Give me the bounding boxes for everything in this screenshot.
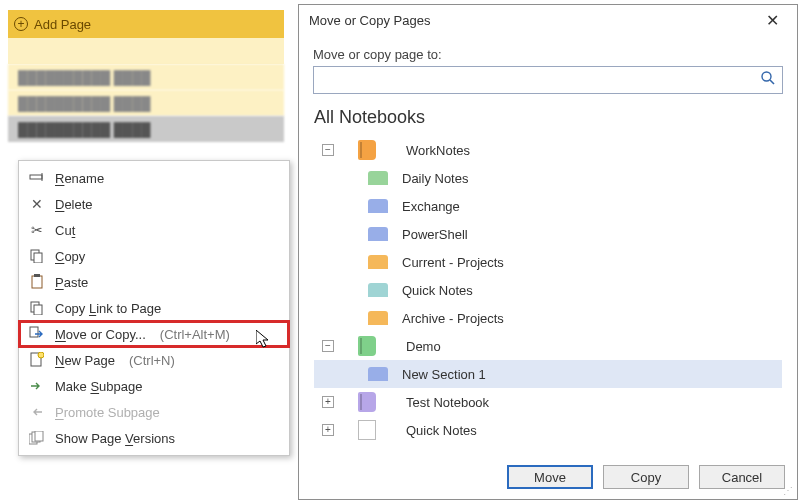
close-icon[interactable]: ✕ [757,5,787,35]
menu-shortcut: (Ctrl+Alt+M) [160,327,230,342]
page-item[interactable]: ██████████ ████ [8,64,284,90]
tree-header: All Notebooks [314,103,782,136]
section-label: Daily Notes [402,171,468,186]
copy-icon [29,248,45,264]
notebook-icon [358,140,376,160]
section-row[interactable]: Archive - Projects [314,304,782,332]
move-copy-icon [29,326,45,342]
move-copy-dialog: Move or Copy Pages ✕ Move or copy page t… [298,4,798,500]
pages-icon [358,420,376,440]
menu-shortcut: (Ctrl+N) [129,353,175,368]
section-row[interactable]: PowerShell [314,220,782,248]
section-row[interactable]: New Section 1 [314,360,782,388]
context-menu: Rename ✕ Delete ✂ Cut Copy Paste Copy Li… [18,160,290,456]
dialog-buttons: Move Copy Cancel [507,465,785,489]
resize-grip-icon[interactable]: ⋰ [781,483,795,497]
section-label: PowerShell [402,227,468,242]
collapse-icon[interactable]: − [322,340,334,352]
page-item-selected[interactable]: ██████████ ████ [8,116,284,142]
section-icon [368,311,388,325]
menu-paste[interactable]: Paste [19,269,289,295]
section-row[interactable]: Quick Notes [314,276,782,304]
svg-rect-0 [30,175,42,179]
plus-icon: + [14,17,28,31]
collapse-icon[interactable]: − [322,144,334,156]
svg-rect-7 [34,305,42,315]
section-row[interactable]: Exchange [314,192,782,220]
menu-new-page[interactable]: New Page (Ctrl+N) [19,347,289,373]
expand-icon[interactable]: + [322,396,334,408]
section-icon [368,283,388,297]
notebook-row[interactable]: −WorkNotes [314,136,782,164]
indent-icon [29,378,45,394]
section-icon [368,199,388,213]
menu-copy[interactable]: Copy [19,243,289,269]
copy-button[interactable]: Copy [603,465,689,489]
notebook-icon [358,392,376,412]
section-icon [368,171,388,185]
notebook-row[interactable]: +Quick Notes [314,416,782,442]
menu-label: Paste [55,275,88,290]
menu-label: Delete [55,197,93,212]
dialog-titlebar: Move or Copy Pages ✕ [299,5,797,35]
menu-label: Rename [55,171,104,186]
menu-label: Make Subpage [55,379,142,394]
section-label: Exchange [402,199,460,214]
svg-rect-4 [32,276,42,288]
section-label: Current - Projects [402,255,504,270]
menu-cut[interactable]: ✂ Cut [19,217,289,243]
notebook-icon [358,336,376,356]
move-button[interactable]: Move [507,465,593,489]
menu-label: New Page [55,353,115,368]
notebook-label: Demo [406,339,441,354]
menu-move-copy[interactable]: Move or Copy... (Ctrl+Alt+M) [19,321,289,347]
menu-rename[interactable]: Rename [19,165,289,191]
menu-label: Move or Copy... [55,327,146,342]
new-page-icon [29,352,45,368]
svg-point-10 [38,352,44,358]
notebook-label: Quick Notes [406,423,477,438]
menu-label: Copy Link to Page [55,301,161,316]
cut-icon: ✂ [29,222,45,238]
page-item[interactable]: ██████████ ████ [8,90,284,116]
menu-page-versions[interactable]: Show Page Versions [19,425,289,451]
menu-label: Show Page Versions [55,431,175,446]
paste-icon [29,274,45,290]
notebook-tree: All Notebooks −WorkNotesDaily NotesExcha… [313,102,783,442]
cancel-button[interactable]: Cancel [699,465,785,489]
menu-delete[interactable]: ✕ Delete [19,191,289,217]
search-input[interactable] [313,66,783,94]
menu-label: Promote Subpage [55,405,160,420]
link-icon [29,300,45,316]
svg-rect-3 [34,253,42,263]
dialog-title: Move or Copy Pages [309,13,430,28]
page-list: ██████████ ████ ██████████ ████ ████████… [8,38,284,142]
delete-icon: ✕ [29,196,45,212]
section-icon [368,255,388,269]
dialog-prompt: Move or copy page to: [299,35,797,66]
rename-icon [29,170,45,186]
section-row[interactable]: Current - Projects [314,248,782,276]
expand-icon[interactable]: + [322,424,334,436]
notebook-row[interactable]: +Test Notebook [314,388,782,416]
outdent-icon [29,404,45,420]
menu-promote-subpage: Promote Subpage [19,399,289,425]
section-row[interactable]: Daily Notes [314,164,782,192]
notebook-row[interactable]: −Demo [314,332,782,360]
add-page-bar[interactable]: + Add Page [8,10,284,38]
search-field[interactable] [320,73,760,88]
section-label: New Section 1 [402,367,486,382]
menu-make-subpage[interactable]: Make Subpage [19,373,289,399]
search-icon[interactable] [760,70,776,90]
section-label: Quick Notes [402,283,473,298]
svg-rect-5 [34,274,40,277]
svg-point-14 [762,72,771,81]
svg-line-15 [770,80,774,84]
svg-rect-13 [35,431,43,441]
menu-copy-link[interactable]: Copy Link to Page [19,295,289,321]
notebook-label: WorkNotes [406,143,470,158]
versions-icon [29,430,45,446]
add-page-label: Add Page [34,17,91,32]
svg-rect-8 [30,327,38,337]
section-label: Archive - Projects [402,311,504,326]
